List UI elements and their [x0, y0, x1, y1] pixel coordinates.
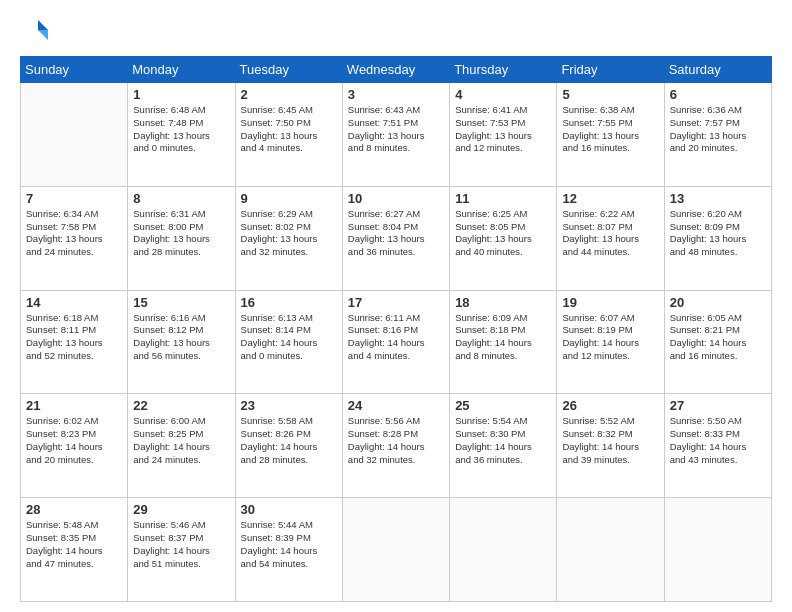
cell-5-6: [557, 498, 664, 602]
cell-5-5: [450, 498, 557, 602]
cell-info: Sunrise: 6:43 AM Sunset: 7:51 PM Dayligh…: [348, 104, 444, 155]
cell-3-1: 14Sunrise: 6:18 AM Sunset: 8:11 PM Dayli…: [21, 290, 128, 394]
cell-info: Sunrise: 6:02 AM Sunset: 8:23 PM Dayligh…: [26, 415, 122, 466]
day-number: 7: [26, 191, 122, 206]
cell-info: Sunrise: 6:09 AM Sunset: 8:18 PM Dayligh…: [455, 312, 551, 363]
col-header-monday: Monday: [128, 57, 235, 83]
cell-1-1: [21, 83, 128, 187]
cell-2-6: 12Sunrise: 6:22 AM Sunset: 8:07 PM Dayli…: [557, 186, 664, 290]
cell-4-7: 27Sunrise: 5:50 AM Sunset: 8:33 PM Dayli…: [664, 394, 771, 498]
day-number: 10: [348, 191, 444, 206]
calendar-table: SundayMondayTuesdayWednesdayThursdayFrid…: [20, 56, 772, 602]
cell-1-5: 4Sunrise: 6:41 AM Sunset: 7:53 PM Daylig…: [450, 83, 557, 187]
day-number: 29: [133, 502, 229, 517]
cell-3-6: 19Sunrise: 6:07 AM Sunset: 8:19 PM Dayli…: [557, 290, 664, 394]
cell-info: Sunrise: 6:16 AM Sunset: 8:12 PM Dayligh…: [133, 312, 229, 363]
cell-1-6: 5Sunrise: 6:38 AM Sunset: 7:55 PM Daylig…: [557, 83, 664, 187]
cell-2-3: 9Sunrise: 6:29 AM Sunset: 8:02 PM Daylig…: [235, 186, 342, 290]
cell-info: Sunrise: 6:36 AM Sunset: 7:57 PM Dayligh…: [670, 104, 766, 155]
day-number: 24: [348, 398, 444, 413]
cell-2-2: 8Sunrise: 6:31 AM Sunset: 8:00 PM Daylig…: [128, 186, 235, 290]
cell-info: Sunrise: 5:50 AM Sunset: 8:33 PM Dayligh…: [670, 415, 766, 466]
cell-3-4: 17Sunrise: 6:11 AM Sunset: 8:16 PM Dayli…: [342, 290, 449, 394]
cell-2-7: 13Sunrise: 6:20 AM Sunset: 8:09 PM Dayli…: [664, 186, 771, 290]
cell-5-1: 28Sunrise: 5:48 AM Sunset: 8:35 PM Dayli…: [21, 498, 128, 602]
day-number: 6: [670, 87, 766, 102]
cell-4-5: 25Sunrise: 5:54 AM Sunset: 8:30 PM Dayli…: [450, 394, 557, 498]
day-number: 23: [241, 398, 337, 413]
cell-1-3: 2Sunrise: 6:45 AM Sunset: 7:50 PM Daylig…: [235, 83, 342, 187]
cell-info: Sunrise: 6:34 AM Sunset: 7:58 PM Dayligh…: [26, 208, 122, 259]
week-row-3: 14Sunrise: 6:18 AM Sunset: 8:11 PM Dayli…: [21, 290, 772, 394]
cell-info: Sunrise: 5:58 AM Sunset: 8:26 PM Dayligh…: [241, 415, 337, 466]
cell-info: Sunrise: 6:05 AM Sunset: 8:21 PM Dayligh…: [670, 312, 766, 363]
day-number: 26: [562, 398, 658, 413]
cell-info: Sunrise: 6:18 AM Sunset: 8:11 PM Dayligh…: [26, 312, 122, 363]
cell-info: Sunrise: 6:29 AM Sunset: 8:02 PM Dayligh…: [241, 208, 337, 259]
logo-icon: [20, 16, 50, 46]
day-number: 21: [26, 398, 122, 413]
cell-3-3: 16Sunrise: 6:13 AM Sunset: 8:14 PM Dayli…: [235, 290, 342, 394]
col-header-saturday: Saturday: [664, 57, 771, 83]
cell-info: Sunrise: 5:44 AM Sunset: 8:39 PM Dayligh…: [241, 519, 337, 570]
cell-info: Sunrise: 5:54 AM Sunset: 8:30 PM Dayligh…: [455, 415, 551, 466]
day-number: 20: [670, 295, 766, 310]
cell-info: Sunrise: 5:48 AM Sunset: 8:35 PM Dayligh…: [26, 519, 122, 570]
day-number: 8: [133, 191, 229, 206]
logo: [20, 16, 54, 46]
cell-2-1: 7Sunrise: 6:34 AM Sunset: 7:58 PM Daylig…: [21, 186, 128, 290]
cell-info: Sunrise: 6:31 AM Sunset: 8:00 PM Dayligh…: [133, 208, 229, 259]
day-number: 13: [670, 191, 766, 206]
day-number: 22: [133, 398, 229, 413]
day-number: 16: [241, 295, 337, 310]
cell-5-3: 30Sunrise: 5:44 AM Sunset: 8:39 PM Dayli…: [235, 498, 342, 602]
col-header-friday: Friday: [557, 57, 664, 83]
cell-info: Sunrise: 6:07 AM Sunset: 8:19 PM Dayligh…: [562, 312, 658, 363]
day-number: 2: [241, 87, 337, 102]
day-number: 18: [455, 295, 551, 310]
day-number: 1: [133, 87, 229, 102]
cell-1-2: 1Sunrise: 6:48 AM Sunset: 7:48 PM Daylig…: [128, 83, 235, 187]
cell-2-5: 11Sunrise: 6:25 AM Sunset: 8:05 PM Dayli…: [450, 186, 557, 290]
day-number: 28: [26, 502, 122, 517]
week-row-1: 1Sunrise: 6:48 AM Sunset: 7:48 PM Daylig…: [21, 83, 772, 187]
cell-4-1: 21Sunrise: 6:02 AM Sunset: 8:23 PM Dayli…: [21, 394, 128, 498]
cell-2-4: 10Sunrise: 6:27 AM Sunset: 8:04 PM Dayli…: [342, 186, 449, 290]
page: SundayMondayTuesdayWednesdayThursdayFrid…: [0, 0, 792, 612]
cell-5-7: [664, 498, 771, 602]
day-number: 15: [133, 295, 229, 310]
cell-info: Sunrise: 6:13 AM Sunset: 8:14 PM Dayligh…: [241, 312, 337, 363]
cell-4-2: 22Sunrise: 6:00 AM Sunset: 8:25 PM Dayli…: [128, 394, 235, 498]
cell-info: Sunrise: 6:38 AM Sunset: 7:55 PM Dayligh…: [562, 104, 658, 155]
cell-1-7: 6Sunrise: 6:36 AM Sunset: 7:57 PM Daylig…: [664, 83, 771, 187]
cell-5-4: [342, 498, 449, 602]
week-row-4: 21Sunrise: 6:02 AM Sunset: 8:23 PM Dayli…: [21, 394, 772, 498]
cell-3-5: 18Sunrise: 6:09 AM Sunset: 8:18 PM Dayli…: [450, 290, 557, 394]
cell-info: Sunrise: 6:27 AM Sunset: 8:04 PM Dayligh…: [348, 208, 444, 259]
col-header-wednesday: Wednesday: [342, 57, 449, 83]
cell-4-6: 26Sunrise: 5:52 AM Sunset: 8:32 PM Dayli…: [557, 394, 664, 498]
day-number: 25: [455, 398, 551, 413]
cell-info: Sunrise: 6:48 AM Sunset: 7:48 PM Dayligh…: [133, 104, 229, 155]
day-number: 5: [562, 87, 658, 102]
day-number: 9: [241, 191, 337, 206]
header-row: SundayMondayTuesdayWednesdayThursdayFrid…: [21, 57, 772, 83]
day-number: 30: [241, 502, 337, 517]
cell-info: Sunrise: 5:56 AM Sunset: 8:28 PM Dayligh…: [348, 415, 444, 466]
col-header-tuesday: Tuesday: [235, 57, 342, 83]
week-row-2: 7Sunrise: 6:34 AM Sunset: 7:58 PM Daylig…: [21, 186, 772, 290]
cell-info: Sunrise: 6:45 AM Sunset: 7:50 PM Dayligh…: [241, 104, 337, 155]
cell-info: Sunrise: 6:22 AM Sunset: 8:07 PM Dayligh…: [562, 208, 658, 259]
svg-marker-1: [38, 30, 48, 40]
cell-info: Sunrise: 5:52 AM Sunset: 8:32 PM Dayligh…: [562, 415, 658, 466]
day-number: 11: [455, 191, 551, 206]
col-header-thursday: Thursday: [450, 57, 557, 83]
cell-5-2: 29Sunrise: 5:46 AM Sunset: 8:37 PM Dayli…: [128, 498, 235, 602]
cell-4-3: 23Sunrise: 5:58 AM Sunset: 8:26 PM Dayli…: [235, 394, 342, 498]
cell-info: Sunrise: 6:20 AM Sunset: 8:09 PM Dayligh…: [670, 208, 766, 259]
day-number: 4: [455, 87, 551, 102]
day-number: 12: [562, 191, 658, 206]
day-number: 27: [670, 398, 766, 413]
day-number: 3: [348, 87, 444, 102]
day-number: 17: [348, 295, 444, 310]
